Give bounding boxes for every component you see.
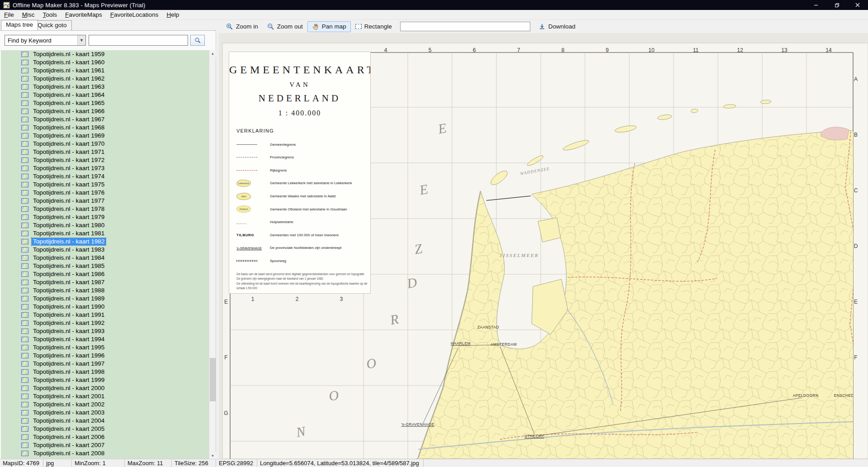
tree-item-label: Topotijdreis.nl - kaart 1993 (32, 328, 106, 335)
tree-item[interactable]: Topotijdreis.nl - kaart 1959 (1, 50, 209, 58)
tree-item[interactable]: Topotijdreis.nl - kaart 1968 (1, 124, 209, 132)
tree-item[interactable]: Topotijdreis.nl - kaart 1989 (1, 295, 209, 303)
tree-item[interactable]: Topotijdreis.nl - kaart 1995 (1, 343, 209, 352)
tree-item-selected[interactable]: Topotijdreis.nl - kaart 1982 (1, 238, 209, 246)
tree-item[interactable]: Topotijdreis.nl - kaart 1963 (1, 83, 209, 91)
map-layer-icon (21, 100, 28, 106)
scrollbar-thumb[interactable] (210, 358, 216, 401)
map-layer-icon (21, 402, 28, 407)
tree-item[interactable]: Topotijdreis.nl - kaart 2001 (1, 392, 209, 400)
zoom-in-button[interactable]: Zoom in (222, 21, 263, 32)
tree-item[interactable]: Topotijdreis.nl - kaart 1975 (1, 181, 209, 189)
map-layer-icon (21, 443, 28, 448)
map-layer-icon (21, 149, 28, 155)
tree-item-label: Topotijdreis.nl - kaart 1979 (32, 214, 106, 221)
legend-entry-label: Rijksgrens (270, 168, 289, 172)
tree-item[interactable]: Topotijdreis.nl - kaart 1960 (1, 58, 209, 67)
tree-item[interactable]: Topotijdreis.nl - kaart 1987 (1, 278, 209, 286)
tree-item[interactable]: Topotijdreis.nl - kaart 1998 (1, 368, 209, 376)
find-mode-combobox[interactable]: Find by Keyword ▼ (5, 35, 86, 46)
tree-item[interactable]: Topotijdreis.nl - kaart 2000 (1, 384, 209, 392)
tree-item[interactable]: Topotijdreis.nl - kaart 2005 (1, 425, 209, 433)
tree-item[interactable]: Topotijdreis.nl - kaart 2007 (1, 441, 209, 449)
tree-item[interactable]: Topotijdreis.nl - kaart 1993 (1, 327, 209, 335)
tree-item[interactable]: Topotijdreis.nl - kaart 2008 (1, 449, 209, 457)
tree-item[interactable]: Topotijdreis.nl - kaart 1996 (1, 352, 209, 360)
scroll-down-icon[interactable]: ▼ (209, 453, 216, 459)
menu-favoritemaps[interactable]: FavoriteMaps (61, 10, 106, 19)
map-text: F (224, 354, 227, 361)
tree-item[interactable]: Topotijdreis.nl - kaart 1962 (1, 75, 209, 83)
menu-tools[interactable]: Tools (39, 10, 61, 19)
tree-item[interactable]: Topotijdreis.nl - kaart 1986 (1, 270, 209, 278)
find-button[interactable] (190, 35, 205, 46)
map-layer-icon (21, 337, 28, 342)
map-toolbar-input[interactable] (400, 22, 530, 31)
map-layer-icon (21, 174, 28, 179)
minimize-button[interactable] (806, 0, 826, 10)
restore-button[interactable] (826, 0, 847, 10)
zoom-out-label: Zoom out (277, 23, 303, 30)
tree-item-label: Topotijdreis.nl - kaart 1998 (32, 368, 106, 376)
tree-item[interactable]: Topotijdreis.nl - kaart 1990 (1, 303, 209, 311)
tree-item[interactable]: Topotijdreis.nl - kaart 1969 (1, 132, 209, 140)
tab-maps-tree[interactable]: Maps tree (1, 20, 38, 30)
tree-item[interactable]: Topotijdreis.nl - kaart 2006 (1, 433, 209, 441)
map-layer-icon (21, 214, 28, 220)
map-viewport[interactable]: NOORDZEE IJSSELMEERWADDENZEE HAARLEMZAAN… (219, 33, 868, 459)
map-text: 7 (517, 47, 520, 53)
legend-symbol (236, 260, 270, 262)
zoom-out-button[interactable]: Zoom out (263, 21, 307, 32)
tree-item[interactable]: Topotijdreis.nl - kaart 2002 (1, 400, 209, 409)
tree-item[interactable]: Topotijdreis.nl - kaart 1985 (1, 262, 209, 270)
tree-item[interactable]: Topotijdreis.nl - kaart 1971 (1, 148, 209, 156)
tree-item[interactable]: Topotijdreis.nl - kaart 1997 (1, 360, 209, 368)
menu-file[interactable]: File (0, 10, 18, 19)
download-button[interactable]: Download (534, 21, 580, 32)
chevron-down-icon[interactable]: ▼ (77, 35, 85, 45)
tree-item[interactable]: Topotijdreis.nl - kaart 1979 (1, 213, 209, 221)
tree-item-label: Topotijdreis.nl - kaart 1989 (32, 295, 106, 302)
tree-item-label: Topotijdreis.nl - kaart 1960 (32, 59, 106, 66)
tree-item[interactable]: Topotijdreis.nl - kaart 1965 (1, 99, 209, 107)
tree-item[interactable]: Topotijdreis.nl - kaart 1961 (1, 67, 209, 75)
tree-item[interactable]: Topotijdreis.nl - kaart 1970 (1, 140, 209, 148)
tree-item[interactable]: Topotijdreis.nl - kaart 1984 (1, 254, 209, 262)
tab-quick-goto[interactable]: Quick goto (33, 20, 72, 30)
tree-item[interactable]: Topotijdreis.nl - kaart 1999 (1, 376, 209, 384)
tree-item[interactable]: Topotijdreis.nl - kaart 1964 (1, 91, 209, 99)
tree-scrollbar[interactable]: ▲ ▼ (209, 50, 216, 459)
tree-item[interactable]: Topotijdreis.nl - kaart 1974 (1, 172, 209, 181)
rectangle-button[interactable]: Rectangle (351, 21, 396, 32)
tree-item[interactable]: Topotijdreis.nl - kaart 1988 (1, 286, 209, 295)
menu-favoritelocations[interactable]: FavoriteLocations (106, 10, 163, 19)
tree-item[interactable]: Topotijdreis.nl - kaart 1980 (1, 221, 209, 229)
tree-item[interactable]: Topotijdreis.nl - kaart 1981 (1, 229, 209, 238)
tree-item[interactable]: Topotijdreis.nl - kaart 1983 (1, 246, 209, 254)
close-button[interactable] (847, 0, 868, 10)
scroll-up-icon[interactable]: ▲ (209, 50, 216, 57)
map-text: E (224, 299, 228, 305)
menu-misc[interactable]: Misc (18, 10, 39, 19)
tree-item[interactable]: Topotijdreis.nl - kaart 2004 (1, 417, 209, 425)
tree-item[interactable]: Topotijdreis.nl - kaart 1973 (1, 164, 209, 172)
tree-item[interactable]: Topotijdreis.nl - kaart 1976 (1, 189, 209, 197)
tree-item[interactable]: Topotijdreis.nl - kaart 1977 (1, 197, 209, 205)
tree-item-label: Topotijdreis.nl - kaart 1985 (32, 262, 106, 270)
pan-map-button[interactable]: Pan map (307, 21, 351, 32)
tree-item-label: Topotijdreis.nl - kaart 1959 (32, 51, 106, 58)
legend-entry-label: Provinciegrens (270, 155, 297, 159)
tree-item-label: Topotijdreis.nl - kaart 1968 (32, 124, 106, 131)
tree-item[interactable]: Topotijdreis.nl - kaart 1972 (1, 156, 209, 164)
find-keyword-input[interactable] (89, 35, 188, 46)
map-text: ZAANSTAD (477, 325, 499, 329)
tree-item[interactable]: Topotijdreis.nl - kaart 2003 (1, 409, 209, 417)
map-layer-icon (21, 280, 28, 285)
tree-item[interactable]: Topotijdreis.nl - kaart 1994 (1, 335, 209, 343)
tree-item[interactable]: Topotijdreis.nl - kaart 1991 (1, 311, 209, 319)
tree-item[interactable]: Topotijdreis.nl - kaart 1992 (1, 319, 209, 327)
tree-item[interactable]: Topotijdreis.nl - kaart 1978 (1, 205, 209, 213)
tree-item[interactable]: Topotijdreis.nl - kaart 1967 (1, 115, 209, 124)
menu-help[interactable]: Help (162, 10, 183, 19)
tree-item[interactable]: Topotijdreis.nl - kaart 1966 (1, 107, 209, 115)
